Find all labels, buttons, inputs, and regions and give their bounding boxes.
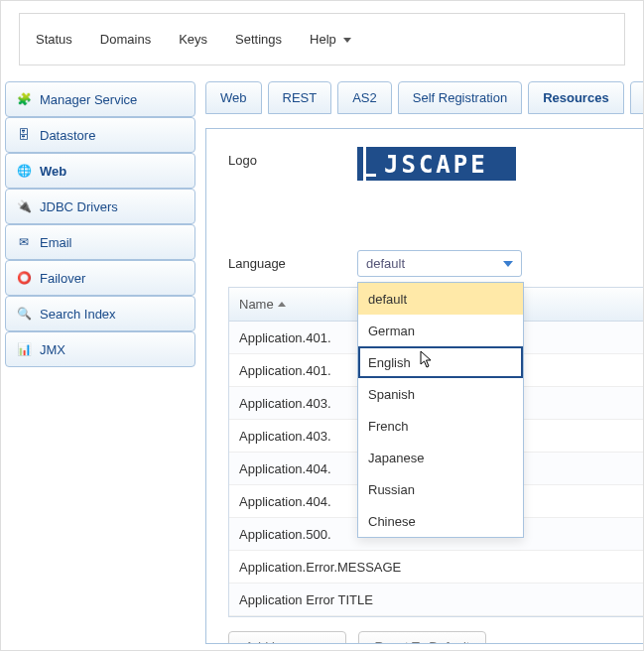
- failover-icon: ⭕: [16, 270, 32, 286]
- menu-settings[interactable]: Settings: [235, 32, 282, 47]
- sidebar-item-label: Email: [40, 235, 72, 250]
- email-icon: ✉: [16, 234, 32, 250]
- sort-asc-icon: [278, 302, 286, 307]
- sidebar-item-label: Manager Service: [40, 92, 137, 107]
- resources-panel: Logo JSCAPE Language default: [205, 128, 644, 644]
- tab-web[interactable]: Web: [205, 81, 262, 114]
- sidebar-item-label: Failover: [40, 271, 85, 286]
- menu-keys[interactable]: Keys: [179, 32, 207, 47]
- sidebar-item-search-index[interactable]: 🔍Search Index: [5, 296, 195, 331]
- tab-row: WebRESTAS2Self RegistrationResourcesWeb: [205, 81, 644, 114]
- logo-image: JSCAPE: [357, 147, 521, 228]
- dropdown-item-french[interactable]: French: [358, 410, 523, 442]
- dropdown-item-default[interactable]: default: [358, 283, 523, 315]
- jmx-icon: 📊: [16, 341, 32, 357]
- manager-service-icon: 🧩: [16, 91, 32, 107]
- menu-status[interactable]: Status: [36, 32, 72, 47]
- button-row: Add Language Reset To Default: [228, 631, 644, 644]
- svg-text:JSCAPE: JSCAPE: [384, 151, 488, 179]
- sidebar-item-label: Search Index: [40, 307, 116, 322]
- tab-web[interactable]: Web: [630, 81, 644, 114]
- dropdown-item-chinese[interactable]: Chinese: [358, 505, 523, 537]
- jdbc-drivers-icon: 🔌: [16, 198, 32, 214]
- menu-help[interactable]: Help: [310, 32, 351, 47]
- tab-as2[interactable]: AS2: [337, 81, 392, 114]
- sidebar-item-label: Web: [40, 164, 66, 179]
- table-row[interactable]: Application Error TITLE: [229, 584, 644, 616]
- reset-default-button[interactable]: Reset To Default: [358, 631, 487, 644]
- svg-rect-2: [363, 174, 376, 177]
- sidebar-item-label: Datastore: [40, 128, 95, 143]
- language-label: Language: [228, 256, 357, 271]
- language-select[interactable]: default: [357, 250, 522, 277]
- jscape-logo-icon: JSCAPE: [357, 147, 516, 181]
- table-row[interactable]: Application.Error.MESSAGE: [229, 551, 644, 584]
- logo-label: Logo: [228, 147, 357, 168]
- dropdown-item-spanish[interactable]: Spanish: [358, 378, 523, 410]
- sidebar-item-failover[interactable]: ⭕Failover: [5, 260, 195, 296]
- sidebar: 🧩Manager Service🗄Datastore🌐Web🔌JDBC Driv…: [1, 81, 199, 643]
- sidebar-item-email[interactable]: ✉Email: [5, 224, 195, 260]
- language-select-value: default: [366, 256, 405, 271]
- sidebar-item-datastore[interactable]: 🗄Datastore: [5, 117, 195, 153]
- sidebar-item-jmx[interactable]: 📊JMX: [5, 331, 195, 367]
- content-area: WebRESTAS2Self RegistrationResourcesWeb …: [199, 81, 644, 643]
- datastore-icon: 🗄: [16, 127, 32, 143]
- add-language-button[interactable]: Add Language: [228, 631, 346, 644]
- tab-resources[interactable]: Resources: [528, 81, 623, 114]
- top-menu-bar: Status Domains Keys Settings Help: [19, 13, 625, 65]
- search-index-icon: 🔍: [16, 306, 32, 322]
- sidebar-item-jdbc-drivers[interactable]: 🔌JDBC Drivers: [5, 189, 195, 224]
- table-header-label: Name: [239, 297, 274, 312]
- caret-down-icon: [343, 38, 351, 43]
- chevron-down-icon: [503, 261, 513, 267]
- web-icon: 🌐: [16, 163, 32, 179]
- sidebar-item-manager-service[interactable]: 🧩Manager Service: [5, 81, 195, 117]
- dropdown-item-german[interactable]: German: [358, 315, 523, 346]
- tab-self-registration[interactable]: Self Registration: [398, 81, 522, 114]
- dropdown-item-japanese[interactable]: Japanese: [358, 442, 523, 473]
- menu-help-label: Help: [310, 32, 336, 47]
- menu-domains[interactable]: Domains: [100, 32, 151, 47]
- dropdown-item-english[interactable]: English: [358, 346, 523, 378]
- sidebar-item-label: JMX: [40, 342, 65, 357]
- sidebar-item-web[interactable]: 🌐Web: [5, 153, 195, 189]
- sidebar-item-label: JDBC Drivers: [40, 199, 118, 214]
- language-dropdown: defaultGermanEnglishSpanishFrenchJapanes…: [357, 282, 524, 538]
- dropdown-item-russian[interactable]: Russian: [358, 473, 523, 505]
- tab-rest[interactable]: REST: [268, 81, 332, 114]
